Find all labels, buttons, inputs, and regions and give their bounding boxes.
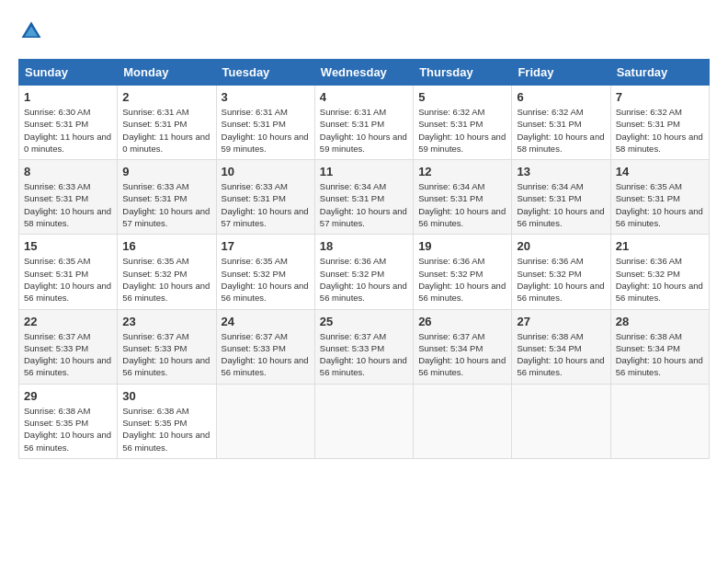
- page-header: [18, 18, 710, 44]
- logo: [18, 18, 48, 44]
- header-saturday: Saturday: [610, 60, 709, 86]
- calendar-cell: 25Sunrise: 6:37 AMSunset: 5:33 PMDayligh…: [314, 309, 413, 384]
- day-info: Sunrise: 6:34 AMSunset: 5:31 PMDaylight:…: [517, 180, 605, 229]
- calendar-cell: 15Sunrise: 6:35 AMSunset: 5:31 PMDayligh…: [19, 235, 118, 309]
- calendar-cell: 23Sunrise: 6:37 AMSunset: 5:33 PMDayligh…: [118, 309, 216, 384]
- calendar-cell: 1Sunrise: 6:30 AMSunset: 5:31 PMDaylight…: [19, 86, 118, 160]
- day-number: 25: [320, 315, 408, 328]
- day-number: 8: [24, 165, 112, 178]
- header-monday: Monday: [118, 60, 216, 86]
- header-sunday: Sunday: [19, 60, 118, 86]
- day-info: Sunrise: 6:34 AMSunset: 5:31 PMDaylight:…: [320, 180, 408, 229]
- calendar-week-5: 29Sunrise: 6:38 AMSunset: 5:35 PMDayligh…: [19, 384, 710, 458]
- calendar-cell: 9Sunrise: 6:33 AMSunset: 5:31 PMDaylight…: [118, 160, 216, 235]
- calendar-cell: 22Sunrise: 6:37 AMSunset: 5:33 PMDayligh…: [19, 309, 118, 384]
- day-number: 7: [616, 90, 704, 104]
- day-number: 22: [24, 315, 112, 328]
- day-info: Sunrise: 6:33 AMSunset: 5:31 PMDaylight:…: [222, 180, 310, 229]
- calendar-cell: 8Sunrise: 6:33 AMSunset: 5:31 PMDaylight…: [19, 160, 118, 235]
- day-number: 18: [320, 239, 408, 253]
- day-info: Sunrise: 6:35 AMSunset: 5:32 PMDaylight:…: [222, 255, 310, 304]
- day-number: 28: [616, 315, 704, 328]
- calendar-cell: 16Sunrise: 6:35 AMSunset: 5:32 PMDayligh…: [118, 235, 216, 309]
- day-number: 12: [418, 165, 506, 178]
- day-number: 23: [122, 315, 210, 328]
- day-info: Sunrise: 6:38 AMSunset: 5:34 PMDaylight:…: [517, 330, 605, 379]
- day-info: Sunrise: 6:36 AMSunset: 5:32 PMDaylight:…: [517, 255, 605, 304]
- day-info: Sunrise: 6:38 AMSunset: 5:34 PMDaylight:…: [616, 330, 704, 379]
- calendar-cell: 24Sunrise: 6:37 AMSunset: 5:33 PMDayligh…: [216, 309, 314, 384]
- calendar-cell: 3Sunrise: 6:31 AMSunset: 5:31 PMDaylight…: [216, 86, 314, 160]
- calendar-cell: 4Sunrise: 6:31 AMSunset: 5:31 PMDaylight…: [314, 86, 413, 160]
- calendar-cell: 19Sunrise: 6:36 AMSunset: 5:32 PMDayligh…: [414, 235, 512, 309]
- day-number: 13: [517, 165, 605, 178]
- day-info: Sunrise: 6:35 AMSunset: 5:31 PMDaylight:…: [24, 255, 112, 304]
- day-info: Sunrise: 6:36 AMSunset: 5:32 PMDaylight:…: [418, 255, 506, 304]
- calendar-cell: 13Sunrise: 6:34 AMSunset: 5:31 PMDayligh…: [512, 160, 610, 235]
- day-info: Sunrise: 6:33 AMSunset: 5:31 PMDaylight:…: [122, 180, 210, 229]
- day-number: 6: [517, 90, 605, 104]
- day-info: Sunrise: 6:33 AMSunset: 5:31 PMDaylight:…: [24, 180, 112, 229]
- day-info: Sunrise: 6:37 AMSunset: 5:33 PMDaylight:…: [320, 330, 408, 379]
- day-info: Sunrise: 6:32 AMSunset: 5:31 PMDaylight:…: [418, 106, 506, 155]
- day-info: Sunrise: 6:37 AMSunset: 5:33 PMDaylight:…: [222, 330, 310, 379]
- day-number: 5: [418, 90, 506, 104]
- calendar-cell: 11Sunrise: 6:34 AMSunset: 5:31 PMDayligh…: [314, 160, 413, 235]
- calendar-cell: [512, 384, 610, 458]
- day-info: Sunrise: 6:35 AMSunset: 5:31 PMDaylight:…: [616, 180, 704, 229]
- day-info: Sunrise: 6:37 AMSunset: 5:34 PMDaylight:…: [418, 330, 506, 379]
- calendar-cell: 30Sunrise: 6:38 AMSunset: 5:35 PMDayligh…: [118, 384, 216, 458]
- day-number: 1: [24, 90, 112, 104]
- calendar-cell: 20Sunrise: 6:36 AMSunset: 5:32 PMDayligh…: [512, 235, 610, 309]
- day-number: 17: [222, 239, 310, 253]
- day-number: 4: [320, 90, 408, 104]
- calendar-cell: 17Sunrise: 6:35 AMSunset: 5:32 PMDayligh…: [216, 235, 314, 309]
- calendar-cell: 27Sunrise: 6:38 AMSunset: 5:34 PMDayligh…: [512, 309, 610, 384]
- header-thursday: Thursday: [414, 60, 512, 86]
- day-number: 29: [24, 389, 112, 403]
- day-number: 14: [616, 165, 704, 178]
- calendar-cell: 26Sunrise: 6:37 AMSunset: 5:34 PMDayligh…: [414, 309, 512, 384]
- day-info: Sunrise: 6:38 AMSunset: 5:35 PMDaylight:…: [24, 405, 112, 454]
- header-wednesday: Wednesday: [314, 60, 413, 86]
- calendar-cell: 6Sunrise: 6:32 AMSunset: 5:31 PMDaylight…: [512, 86, 610, 160]
- calendar-table: SundayMondayTuesdayWednesdayThursdayFrid…: [18, 59, 710, 459]
- day-number: 11: [320, 165, 408, 178]
- day-number: 3: [222, 90, 310, 104]
- day-info: Sunrise: 6:31 AMSunset: 5:31 PMDaylight:…: [222, 106, 310, 155]
- day-number: 24: [222, 315, 310, 328]
- calendar-header-row: SundayMondayTuesdayWednesdayThursdayFrid…: [19, 60, 710, 86]
- day-number: 9: [122, 165, 210, 178]
- day-info: Sunrise: 6:32 AMSunset: 5:31 PMDaylight:…: [616, 106, 704, 155]
- day-info: Sunrise: 6:36 AMSunset: 5:32 PMDaylight:…: [616, 255, 704, 304]
- day-number: 27: [517, 315, 605, 328]
- day-number: 20: [517, 239, 605, 253]
- day-info: Sunrise: 6:34 AMSunset: 5:31 PMDaylight:…: [418, 180, 506, 229]
- day-info: Sunrise: 6:32 AMSunset: 5:31 PMDaylight:…: [517, 106, 605, 155]
- header-tuesday: Tuesday: [216, 60, 314, 86]
- logo-icon: [18, 18, 44, 44]
- calendar-week-3: 15Sunrise: 6:35 AMSunset: 5:31 PMDayligh…: [19, 235, 710, 309]
- day-info: Sunrise: 6:35 AMSunset: 5:32 PMDaylight:…: [122, 255, 210, 304]
- calendar-cell: [216, 384, 314, 458]
- calendar-cell: 7Sunrise: 6:32 AMSunset: 5:31 PMDaylight…: [610, 86, 709, 160]
- calendar-cell: 28Sunrise: 6:38 AMSunset: 5:34 PMDayligh…: [610, 309, 709, 384]
- calendar-cell: 14Sunrise: 6:35 AMSunset: 5:31 PMDayligh…: [610, 160, 709, 235]
- calendar-cell: [610, 384, 709, 458]
- day-number: 19: [418, 239, 506, 253]
- calendar-week-2: 8Sunrise: 6:33 AMSunset: 5:31 PMDaylight…: [19, 160, 710, 235]
- day-number: 26: [418, 315, 506, 328]
- calendar-cell: 2Sunrise: 6:31 AMSunset: 5:31 PMDaylight…: [118, 86, 216, 160]
- calendar-cell: 12Sunrise: 6:34 AMSunset: 5:31 PMDayligh…: [414, 160, 512, 235]
- day-info: Sunrise: 6:30 AMSunset: 5:31 PMDaylight:…: [24, 106, 112, 155]
- calendar-cell: 10Sunrise: 6:33 AMSunset: 5:31 PMDayligh…: [216, 160, 314, 235]
- calendar-week-1: 1Sunrise: 6:30 AMSunset: 5:31 PMDaylight…: [19, 86, 710, 160]
- day-info: Sunrise: 6:37 AMSunset: 5:33 PMDaylight:…: [122, 330, 210, 379]
- header-friday: Friday: [512, 60, 610, 86]
- day-number: 16: [122, 239, 210, 253]
- day-number: 30: [122, 389, 210, 403]
- day-info: Sunrise: 6:31 AMSunset: 5:31 PMDaylight:…: [122, 106, 210, 155]
- day-info: Sunrise: 6:36 AMSunset: 5:32 PMDaylight:…: [320, 255, 408, 304]
- day-info: Sunrise: 6:38 AMSunset: 5:35 PMDaylight:…: [122, 405, 210, 454]
- day-number: 15: [24, 239, 112, 253]
